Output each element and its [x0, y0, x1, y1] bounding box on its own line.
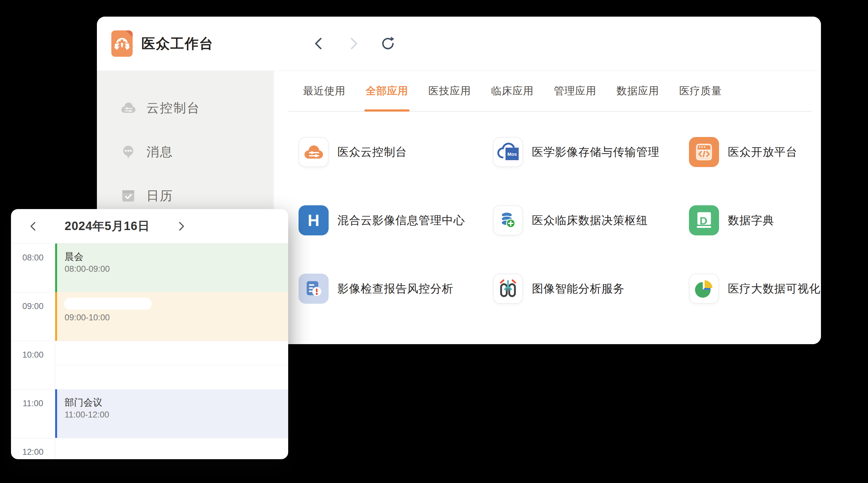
window-header: 医众工作台 — [97, 17, 821, 71]
app-label: 混合云影像信息管理中心 — [337, 213, 465, 228]
lungs-icon — [493, 273, 523, 304]
event-time: 11:00-12:00 — [65, 410, 109, 420]
database-plus-icon — [493, 205, 523, 235]
time-label: 11:00 — [11, 399, 55, 409]
app-hybrid-cloud-imaging[interactable]: H 混合云影像信息管理中心 — [299, 205, 493, 235]
letter-d: D — [700, 215, 708, 227]
screen: 医众工作台 — [0, 0, 868, 483]
calendar-header: 2024年5月16日 — [11, 209, 288, 244]
sidebar-item-label: 日历 — [147, 187, 174, 204]
dictionary-book-icon: D — [689, 205, 719, 235]
app-logo-icon — [111, 30, 133, 57]
app-label: 图像智能分析服务 — [532, 281, 625, 296]
back-arrow-icon[interactable] — [311, 35, 327, 52]
pie-chart-icon — [689, 273, 719, 304]
mos-badge: Mos — [505, 148, 519, 160]
calendar-icon — [120, 188, 137, 203]
calendar-panel: 2024年5月16日 08:00 09:00 10:00 11:00 12:00… — [11, 209, 288, 459]
event-time: 09:00-10:00 — [65, 313, 110, 323]
app-label: 医众开放平台 — [728, 144, 798, 160]
half-hour-gridline — [55, 365, 288, 365]
app-open-platform[interactable]: 医众开放平台 — [689, 137, 821, 167]
letter-h-icon: H — [299, 205, 329, 235]
message-icon — [120, 144, 137, 159]
app-label: 医众临床数据决策枢纽 — [532, 213, 648, 228]
logo-glyph — [113, 36, 131, 52]
app-title: 医众工作台 — [142, 34, 214, 53]
event-department-meeting[interactable]: 部门会议 11:00-12:00 — [55, 389, 288, 438]
cloud-icon — [120, 101, 137, 115]
tab-data-apps[interactable]: 数据应用 — [617, 71, 659, 111]
sidebar-item-messages[interactable]: 消息 — [97, 130, 274, 174]
calendar-body: 08:00 09:00 10:00 11:00 12:00 晨会 08:00-0… — [11, 244, 288, 459]
tab-medical-quality[interactable]: 医疗质量 — [679, 71, 722, 111]
time-label: 09:00 — [11, 301, 55, 311]
calendar-next-day-icon[interactable] — [175, 219, 188, 233]
tab-clinical-apps[interactable]: 临床应用 — [491, 71, 534, 111]
sidebar-item-label: 消息 — [147, 143, 174, 160]
app-clinical-data-hub[interactable]: 医众临床数据决策枢纽 — [493, 205, 689, 235]
app-report-risk-analysis[interactable]: 影像检查报告风控分析 — [299, 273, 493, 304]
tab-medtech-apps[interactable]: 医技应用 — [428, 71, 471, 111]
time-label: 08:00 — [11, 253, 55, 263]
tab-bar: 最近使用 全部应用 医技应用 临床应用 管理应用 数据应用 医疗质量 — [288, 71, 811, 111]
app-label: 数据字典 — [728, 213, 774, 228]
sidebar-item-label: 云控制台 — [147, 99, 200, 117]
calendar-date: 2024年5月16日 — [40, 218, 175, 234]
app-label: 医疗大数据可视化 — [728, 281, 820, 296]
tab-recently-used[interactable]: 最近使用 — [303, 71, 346, 111]
content-area: 最近使用 全部应用 医技应用 临床应用 管理应用 数据应用 医疗质量 — [274, 71, 821, 344]
app-cloud-console[interactable]: 医众云控制台 — [299, 137, 493, 167]
forward-arrow-icon[interactable] — [345, 35, 362, 52]
tab-management-apps[interactable]: 管理应用 — [554, 71, 596, 111]
app-grid: 医众云控制台 Mos 医学影像存储与传输管理 — [299, 137, 821, 304]
app-data-dictionary[interactable]: D 数据字典 — [689, 205, 821, 235]
app-imaging-storage[interactable]: Mos 医学影像存储与传输管理 — [493, 137, 689, 167]
app-label: 医众云控制台 — [337, 144, 407, 160]
hour-gridline — [11, 438, 288, 438]
event-color-bar — [55, 292, 57, 341]
event-time: 08:00-09:00 — [65, 264, 110, 274]
event-color-bar — [55, 389, 57, 438]
event-morning-meeting[interactable]: 晨会 08:00-09:00 — [55, 244, 288, 292]
letter-h: H — [308, 211, 319, 230]
calendar-prev-day-icon[interactable] — [26, 219, 40, 233]
redacted-title-pill — [64, 298, 152, 310]
app-label: 影像检查报告风控分析 — [337, 281, 454, 296]
sidebar-item-cloud-console[interactable]: 云控制台 — [97, 86, 274, 130]
cloud-sliders-icon — [299, 137, 329, 167]
report-alert-icon — [299, 273, 329, 304]
event-color-bar — [55, 244, 57, 292]
event-title: 晨会 — [65, 251, 84, 263]
app-big-data-visualization[interactable]: 医疗大数据可视化 — [689, 273, 821, 304]
time-label: 12:00 — [11, 447, 55, 457]
app-image-ai-analysis[interactable]: 图像智能分析服务 — [493, 273, 689, 304]
event-redacted[interactable]: 09:00-10:00 — [55, 292, 288, 341]
code-window-icon — [689, 137, 719, 167]
tab-all-apps[interactable]: 全部应用 — [366, 71, 408, 111]
event-title: 部门会议 — [65, 396, 102, 409]
cloud-storage-icon: Mos — [493, 137, 523, 167]
time-label: 10:00 — [11, 350, 55, 360]
nav-buttons — [311, 35, 396, 52]
app-label: 医学影像存储与传输管理 — [532, 144, 659, 160]
refresh-icon[interactable] — [380, 35, 396, 52]
